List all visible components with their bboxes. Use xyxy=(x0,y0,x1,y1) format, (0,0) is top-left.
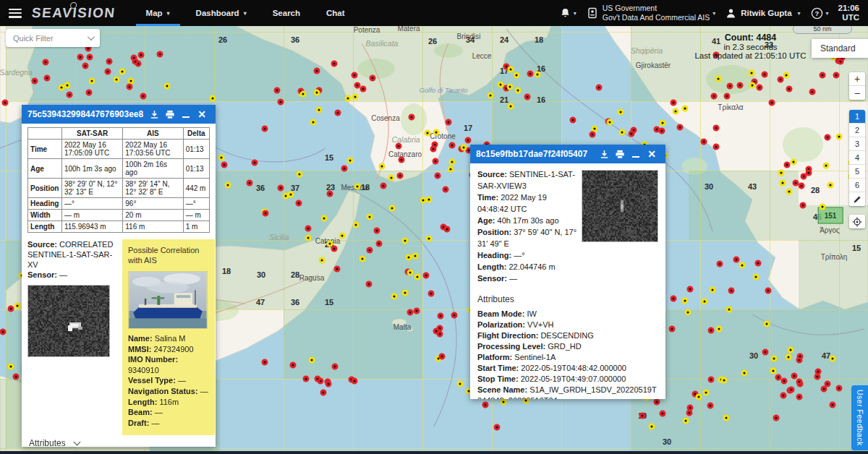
layer-button-3[interactable]: 3 xyxy=(849,137,865,151)
layer-button-4[interactable]: 4 xyxy=(849,151,865,165)
vessel-marker[interactable] xyxy=(498,82,504,88)
draw-pencil-button[interactable] xyxy=(849,192,865,206)
zoom-in-button[interactable]: + xyxy=(849,72,865,86)
vessel-marker[interactable] xyxy=(414,307,420,314)
vessel-marker[interactable] xyxy=(829,402,835,408)
vessel-marker[interactable] xyxy=(261,125,268,132)
vessel-marker[interactable] xyxy=(456,380,463,387)
vessel-marker[interactable] xyxy=(829,356,835,362)
vessel-marker[interactable] xyxy=(332,364,339,370)
vessel-marker[interactable] xyxy=(437,312,443,319)
vessel-marker[interactable] xyxy=(156,51,163,58)
vessel-marker[interactable] xyxy=(820,386,827,393)
vessel-marker[interactable] xyxy=(741,369,747,376)
locate-button[interactable] xyxy=(849,215,865,228)
vessel-marker[interactable] xyxy=(327,191,333,197)
vessel-marker[interactable] xyxy=(700,139,707,145)
vessel-marker[interactable] xyxy=(708,327,715,333)
print-button[interactable] xyxy=(612,146,628,162)
vessel-marker[interactable] xyxy=(310,119,317,125)
vessel-marker[interactable] xyxy=(0,328,7,335)
vessel-marker[interactable] xyxy=(163,82,170,89)
print-button[interactable] xyxy=(162,106,178,122)
vessel-marker[interactable] xyxy=(721,377,728,383)
vessel-marker[interactable] xyxy=(606,119,613,125)
vessel-marker[interactable] xyxy=(618,129,625,136)
quick-filter-dropdown[interactable]: Quick Filter xyxy=(6,29,100,47)
vessel-marker[interactable] xyxy=(140,93,146,100)
vessel-marker[interactable] xyxy=(262,210,268,217)
vessel-marker[interactable] xyxy=(127,83,133,90)
vessel-marker[interactable] xyxy=(449,142,456,149)
vessel-marker[interactable] xyxy=(822,163,829,169)
vessel-marker[interactable] xyxy=(261,359,268,366)
vessel-marker[interactable] xyxy=(297,171,303,177)
minimize-button[interactable] xyxy=(178,106,194,122)
vessel-marker[interactable] xyxy=(326,380,332,387)
vessel-marker[interactable] xyxy=(780,377,787,384)
vessel-marker[interactable] xyxy=(424,130,430,137)
vessel-marker[interactable] xyxy=(733,257,739,263)
vessel-marker[interactable] xyxy=(359,85,366,92)
vessel-marker[interactable] xyxy=(707,377,714,383)
vessel-marker[interactable] xyxy=(687,286,694,292)
vessel-marker[interactable] xyxy=(247,180,253,187)
vessel-marker[interactable] xyxy=(707,402,713,408)
vessel-marker[interactable] xyxy=(2,100,9,106)
vessel-marker[interactable] xyxy=(778,169,784,176)
vessel-marker[interactable] xyxy=(252,160,258,166)
vessel-marker[interactable] xyxy=(435,173,441,179)
vessel-marker[interactable] xyxy=(709,287,715,294)
vessel-marker[interactable] xyxy=(820,204,826,210)
vessel-marker[interactable] xyxy=(682,298,689,304)
vessel-marker[interactable] xyxy=(681,106,688,112)
vessel-marker[interactable] xyxy=(464,137,471,143)
vessel-marker[interactable] xyxy=(224,182,231,189)
vessel-marker[interactable] xyxy=(396,142,402,149)
vessel-marker[interactable] xyxy=(313,89,320,95)
vessel-marker[interactable] xyxy=(305,234,311,241)
vessel-marker[interactable] xyxy=(443,226,450,232)
vessel-marker[interactable] xyxy=(797,353,804,359)
vessel-marker[interactable] xyxy=(105,68,111,74)
vessel-marker[interactable] xyxy=(290,361,297,368)
vessel-marker[interactable] xyxy=(316,106,323,113)
attributes-toggle[interactable]: Attributes xyxy=(477,294,658,304)
vessel-marker[interactable] xyxy=(64,82,71,88)
vessel-marker[interactable] xyxy=(137,51,144,58)
vessel-marker[interactable] xyxy=(787,347,793,354)
vessel-marker[interactable] xyxy=(686,410,692,416)
vessel-marker[interactable] xyxy=(339,233,345,239)
vessel-marker[interactable] xyxy=(58,84,64,90)
vessel-marker[interactable] xyxy=(770,367,776,374)
vessel-marker[interactable] xyxy=(14,303,20,309)
vessel-marker[interactable] xyxy=(399,156,405,163)
nav-item-search[interactable]: Search xyxy=(260,0,313,26)
vessel-marker[interactable] xyxy=(319,257,326,264)
vessel-marker[interactable] xyxy=(670,99,676,106)
help-menu[interactable]: ? ▾ xyxy=(806,7,834,20)
vessel-marker[interactable] xyxy=(673,108,679,115)
vessel-marker[interactable] xyxy=(508,103,514,109)
vessel-marker[interactable] xyxy=(414,274,420,280)
vessel-marker[interactable] xyxy=(295,200,302,206)
vessel-marker[interactable] xyxy=(786,86,793,93)
vessel-marker[interactable] xyxy=(352,93,359,100)
vessel-marker[interactable] xyxy=(836,134,843,140)
vessel-marker[interactable] xyxy=(727,82,733,89)
vessel-marker[interactable] xyxy=(44,74,51,81)
vessel-marker[interactable] xyxy=(359,255,365,262)
vessel-marker[interactable] xyxy=(506,84,513,90)
vessel-marker[interactable] xyxy=(728,287,735,294)
vessel-marker[interactable] xyxy=(367,247,373,254)
vessel-marker[interactable] xyxy=(344,95,351,102)
vessel-marker[interactable] xyxy=(209,95,216,102)
vessel-marker[interactable] xyxy=(713,144,720,150)
download-button[interactable] xyxy=(146,106,162,122)
vessel-marker[interactable] xyxy=(320,390,326,396)
vessel-marker[interactable] xyxy=(739,262,746,268)
user-menu[interactable]: Ritwik Gupta ▾ xyxy=(720,8,805,19)
vessel-marker[interactable] xyxy=(352,72,358,78)
vessel-marker[interactable] xyxy=(407,270,413,276)
vessel-marker[interactable] xyxy=(407,309,413,315)
